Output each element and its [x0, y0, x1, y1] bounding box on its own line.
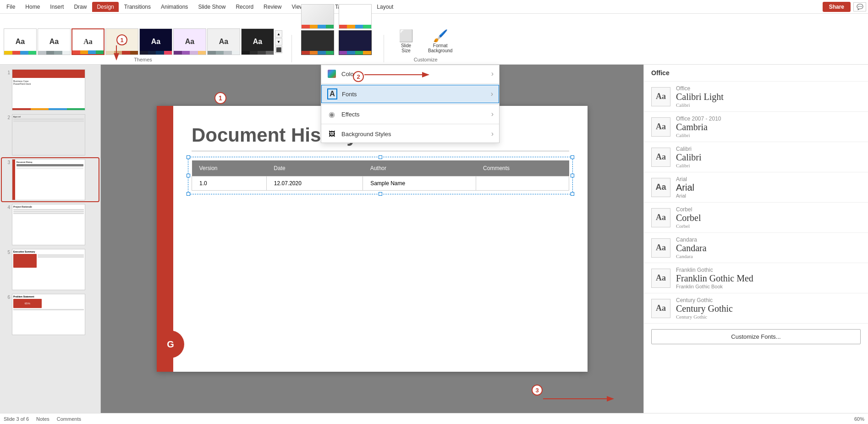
slide-table: VersionDateAuthorComments 1.012.07.2020S… — [192, 160, 569, 191]
font-panel-header: Office — [644, 65, 868, 82]
dropdown-item-colors[interactable]: Colors› — [321, 65, 499, 83]
format-background-button[interactable]: 🖌️ Format Background — [423, 27, 458, 55]
comments-button[interactable]: Comments — [57, 416, 81, 422]
menu-item-slide-show[interactable]: Slide Show — [193, 2, 230, 12]
dropdown-item-fonts[interactable]: AFonts› — [321, 85, 499, 103]
font-panel: Office AaOfficeCalibri LightCalibriAaOff… — [643, 65, 868, 413]
slide-thumb-3[interactable]: 3Document History — [2, 158, 99, 201]
scroll-more-arrow[interactable]: ⬛ — [275, 46, 282, 53]
menu-item-transitions[interactable]: Transitions — [120, 2, 155, 12]
theme-item-theme7[interactable]: Aa — [207, 28, 240, 55]
slide-thumbnail: Problem Statement65% — [12, 294, 85, 335]
table-cell: Sample Name — [363, 176, 476, 191]
menu-item-insert[interactable]: Insert — [45, 2, 68, 12]
font-item-arial[interactable]: AaArialArialArial — [644, 172, 868, 202]
font-item-candara[interactable]: AaCandaraCandaraCandara — [644, 233, 868, 263]
status-bar: Slide 3 of 6 Notes Comments 60% — [0, 413, 868, 424]
font-body-name: Candara — [676, 253, 707, 259]
font-item-franklin[interactable]: AaFranklin GothicFranklin Gothic MedFran… — [644, 263, 868, 293]
slide-number: 4 — [3, 205, 10, 210]
font-item-corbel[interactable]: AaCorbelCorbelCorbel — [644, 203, 868, 232]
variant-item-v2[interactable] — [339, 4, 372, 29]
theme-item-theme3[interactable]: Aa — [71, 28, 104, 55]
theme-item-theme1[interactable]: Aa — [4, 28, 37, 55]
slide-size-icon: ⬜ — [399, 29, 413, 43]
table-header: Version — [192, 160, 267, 176]
slide-number: 6 — [3, 295, 10, 300]
chevron-icon: › — [491, 90, 493, 98]
menu-item-animations[interactable]: Animations — [156, 2, 192, 12]
share-button[interactable]: Share — [823, 2, 851, 12]
slide-size-button[interactable]: ⬜ Slide Size — [393, 27, 419, 55]
font-body-name: Calibri — [676, 102, 724, 108]
theme-item-theme6[interactable]: Aa — [173, 28, 206, 55]
handle-left — [187, 174, 190, 177]
menu-item-home[interactable]: Home — [21, 2, 44, 12]
format-bg-icon: 🖌️ — [433, 29, 448, 43]
variant-item-v3[interactable] — [301, 30, 334, 55]
dropdown-item-label-effects: Effects — [341, 111, 487, 118]
customize-fonts-button[interactable]: Customize Fonts... — [651, 329, 861, 344]
theme-item-theme2[interactable]: Aa — [38, 28, 71, 55]
font-details: ArialArialArial — [676, 176, 694, 198]
theme-item-theme4[interactable]: Aa — [105, 28, 138, 55]
variant-item-v4[interactable] — [339, 30, 372, 55]
font-body-name: Century Gothic — [676, 314, 733, 319]
notes-button[interactable]: Notes — [36, 416, 49, 422]
slide-thumbnail: Approval — [12, 114, 85, 155]
slide-thumb-6[interactable]: 6Problem Statement65% — [2, 293, 99, 336]
effects-icon: ◉ — [327, 109, 337, 119]
format-bg-label: Format Background — [428, 43, 452, 53]
section-divider-2 — [384, 35, 384, 62]
ribbon: AaAaAaAaAaAaAaAa ▲ ▼ ⬛ Themes — [0, 14, 868, 65]
menu-item-record[interactable]: Record — [231, 2, 258, 12]
menu-item-draw[interactable]: Draw — [69, 2, 91, 12]
slide-thumb-5[interactable]: 5Executive Summary — [2, 248, 99, 291]
font-heading-name: Corbel — [676, 213, 701, 223]
slide-thumbnail: Project Rationale — [12, 204, 85, 245]
menu-item-file[interactable]: File — [2, 2, 20, 12]
dropdown-item-effects[interactable]: ◉Effects› — [321, 105, 499, 123]
annotation-1: 1 — [214, 92, 226, 104]
variant-item-v1[interactable] — [301, 4, 334, 29]
scroll-up-arrow[interactable]: ▲ — [275, 30, 282, 38]
font-item-century[interactable]: AaCentury GothicCentury GothicCentury Go… — [644, 293, 868, 323]
font-heading-name: Candara — [676, 243, 707, 253]
font-item-calibri[interactable]: AaCalibriCalibriCalibri — [644, 142, 868, 172]
slide-thumb-4[interactable]: 4Project Rationale — [2, 203, 99, 246]
menu-item-design[interactable]: Design — [92, 2, 118, 12]
variants-label — [301, 57, 374, 62]
font-details: OfficeCalibri LightCalibri — [676, 85, 724, 108]
dropdown-item-label-colors: Colors — [341, 71, 487, 77]
font-title: Office 2007 - 2010 — [676, 116, 721, 122]
table-cell: 1.0 — [192, 176, 267, 191]
handle-bl — [187, 192, 190, 196]
handle-right — [571, 174, 574, 177]
font-body-name: Calibri — [676, 132, 721, 138]
section-divider-1 — [291, 35, 292, 62]
dropdown-item-label-bg_styles: Background Styles — [341, 131, 487, 138]
font-item-office2007[interactable]: AaOffice 2007 - 2010CambriaCalibri — [644, 112, 868, 142]
font-heading-name: Calibri Light — [676, 92, 724, 102]
slide-count: Slide 3 of 6 — [4, 416, 29, 422]
slide-number: 2 — [3, 115, 10, 120]
table-header: Author — [363, 160, 476, 176]
font-title: Franklin Gothic — [676, 267, 753, 273]
font-heading-name: Century Gothic — [676, 303, 733, 314]
menu-item-layout[interactable]: Layout — [372, 2, 398, 12]
dropdown-item-bg_styles[interactable]: 🖼Background Styles› — [321, 125, 499, 143]
fonts-icon: A — [327, 89, 337, 99]
slide-panel: 1Business CasePowerPoint Deck2Approval3D… — [0, 65, 101, 413]
menu-item-review[interactable]: Review — [259, 2, 286, 12]
slide-thumb-2[interactable]: 2Approval — [2, 113, 99, 156]
font-item-office[interactable]: AaOfficeCalibri LightCalibri — [644, 82, 868, 111]
theme-item-theme8[interactable]: Aa — [241, 28, 274, 55]
font-aa-box: Aa — [651, 208, 670, 227]
theme-item-theme5[interactable]: Aa — [139, 28, 172, 55]
slide-g-circle: G — [157, 330, 184, 358]
scroll-down-arrow[interactable]: ▼ — [275, 38, 282, 45]
slide-thumb-1[interactable]: 1Business CasePowerPoint Deck — [2, 68, 99, 111]
font-aa-box: Aa — [651, 299, 670, 318]
message-icon[interactable]: 💬 — [853, 2, 866, 11]
themes-label: Themes — [4, 57, 282, 62]
